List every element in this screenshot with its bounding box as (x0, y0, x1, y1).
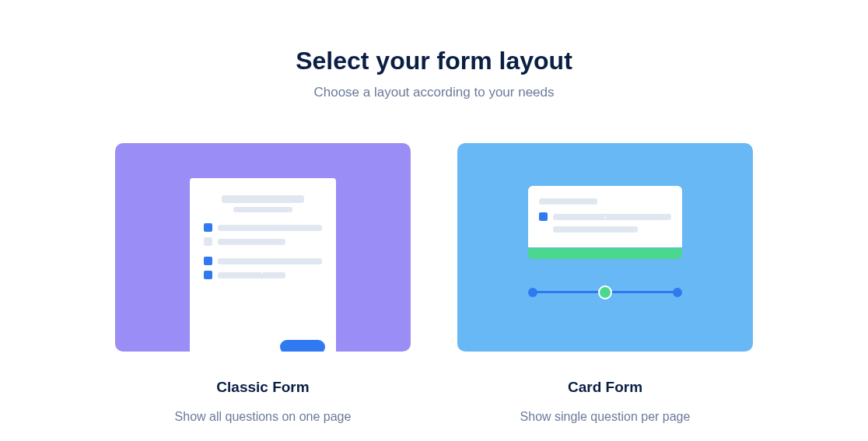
card-form-sheet-icon: ✓ (528, 186, 682, 247)
card-form-preview: ✓ (457, 143, 753, 352)
layout-options: ✓ ✓ (115, 143, 753, 424)
submit-button-icon (280, 340, 325, 352)
card-form-option[interactable]: ✓ Card Form Show single question per pag… (457, 143, 753, 424)
progress-step-icon (673, 288, 682, 297)
progress-step-active-icon (598, 285, 612, 299)
checkbox-checked-icon: ✓ (204, 257, 212, 265)
progress-bar-icon (528, 248, 682, 259)
card-form-description: Show single question per page (520, 410, 691, 424)
page-title: Select your form layout (296, 47, 572, 75)
checkbox-unchecked-icon (204, 237, 212, 246)
progress-step-icon (528, 288, 537, 297)
classic-form-title: Classic Form (216, 379, 309, 396)
classic-form-option[interactable]: ✓ ✓ (115, 143, 411, 424)
checkbox-checked-icon: ✓ (204, 223, 212, 232)
progress-track-icon (533, 291, 677, 293)
checkbox-checked-icon: ✓ (204, 271, 212, 279)
classic-form-description: Show all questions on one page (175, 410, 352, 424)
classic-form-sheet-icon: ✓ ✓ (190, 178, 336, 352)
checkbox-checked-icon: ✓ (539, 212, 548, 221)
header: Select your form layout Choose a layout … (296, 47, 572, 100)
card-form-title: Card Form (568, 379, 642, 396)
classic-form-preview: ✓ ✓ (115, 143, 411, 352)
page-subtitle: Choose a layout according to your needs (296, 85, 572, 100)
